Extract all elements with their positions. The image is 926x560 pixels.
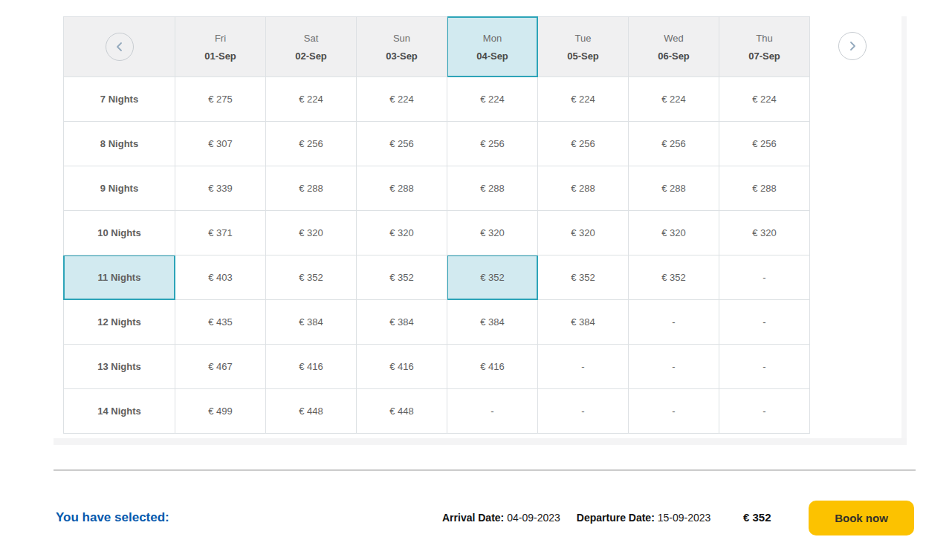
column-header-thu[interactable]: Thu07-Sep bbox=[719, 17, 810, 77]
price-cell[interactable]: € 320 bbox=[266, 211, 357, 255]
price-cell[interactable]: € 288 bbox=[719, 166, 810, 211]
table-corner-cell bbox=[64, 17, 175, 77]
day-name: Thu bbox=[719, 33, 809, 44]
price-cell[interactable]: € 256 bbox=[447, 122, 538, 166]
day-name: Sun bbox=[357, 33, 447, 44]
price-cell[interactable]: € 352 bbox=[266, 255, 357, 300]
total-price: € 352 bbox=[743, 511, 771, 524]
price-cell[interactable]: € 288 bbox=[266, 166, 357, 211]
price-cell[interactable]: € 256 bbox=[719, 122, 810, 166]
day-name: Wed bbox=[629, 33, 719, 44]
price-cell[interactable]: € 320 bbox=[629, 211, 719, 255]
price-cell[interactable]: € 224 bbox=[719, 77, 810, 122]
price-cell-empty: - bbox=[538, 345, 629, 389]
price-cell[interactable]: € 224 bbox=[447, 77, 538, 122]
price-cell[interactable]: € 499 bbox=[175, 389, 266, 434]
price-cell-empty: - bbox=[447, 389, 538, 434]
price-cell[interactable]: € 320 bbox=[447, 211, 538, 255]
price-cell[interactable]: € 256 bbox=[538, 122, 629, 166]
price-cell[interactable]: € 448 bbox=[266, 389, 357, 434]
row-header-14-nights[interactable]: 14 Nights bbox=[64, 389, 175, 434]
table-row: 14 Nights€ 499€ 448€ 448---- bbox=[64, 389, 810, 434]
row-header-7-nights[interactable]: 7 Nights bbox=[64, 77, 175, 122]
arrival-date-label: Arrival Date: bbox=[442, 512, 504, 524]
price-cell[interactable]: € 288 bbox=[357, 166, 447, 211]
row-header-12-nights[interactable]: 12 Nights bbox=[64, 300, 175, 345]
price-cell[interactable]: € 256 bbox=[266, 122, 357, 166]
chevron-left-icon bbox=[114, 42, 125, 52]
price-cell[interactable]: € 448 bbox=[357, 389, 447, 434]
row-header-11-nights[interactable]: 11 Nights bbox=[64, 255, 175, 300]
column-header-tue[interactable]: Tue05-Sep bbox=[538, 17, 629, 77]
price-cell-empty: - bbox=[719, 389, 810, 434]
price-cell[interactable]: € 224 bbox=[538, 77, 629, 122]
price-cell-empty: - bbox=[629, 389, 719, 434]
you-have-selected-label: You have selected: bbox=[56, 510, 169, 525]
departure-date-label: Departure Date: bbox=[577, 512, 655, 524]
price-cell[interactable]: € 384 bbox=[266, 300, 357, 345]
price-cell[interactable]: € 371 bbox=[175, 211, 266, 255]
price-cell[interactable]: € 416 bbox=[266, 345, 357, 389]
next-week-button[interactable] bbox=[838, 32, 867, 60]
column-header-sat[interactable]: Sat02-Sep bbox=[266, 17, 357, 77]
price-cell[interactable]: € 224 bbox=[266, 77, 357, 122]
day-date: 03-Sep bbox=[357, 51, 447, 62]
column-header-wed[interactable]: Wed06-Sep bbox=[629, 17, 719, 77]
day-date: 05-Sep bbox=[538, 51, 628, 62]
price-cell[interactable]: € 224 bbox=[629, 77, 719, 122]
vertical-scrollbar-track[interactable] bbox=[901, 16, 907, 445]
price-cell[interactable]: € 352 bbox=[629, 255, 719, 300]
header-row: Fri01-SepSat02-SepSun03-SepMon04-SepTue0… bbox=[64, 17, 810, 77]
row-header-13-nights[interactable]: 13 Nights bbox=[64, 345, 175, 389]
price-cell[interactable]: € 467 bbox=[175, 345, 266, 389]
table-row: 7 Nights€ 275€ 224€ 224€ 224€ 224€ 224€ … bbox=[64, 77, 810, 122]
price-cell[interactable]: € 288 bbox=[447, 166, 538, 211]
price-cell[interactable]: € 416 bbox=[447, 345, 538, 389]
price-cell[interactable]: € 256 bbox=[357, 122, 447, 166]
price-cell[interactable]: € 352 bbox=[538, 255, 629, 300]
price-cell[interactable]: € 224 bbox=[357, 77, 447, 122]
row-header-10-nights[interactable]: 10 Nights bbox=[64, 211, 175, 255]
price-cell[interactable]: € 339 bbox=[175, 166, 266, 211]
price-cell[interactable]: € 352 bbox=[447, 255, 538, 300]
price-cell[interactable]: € 384 bbox=[447, 300, 538, 345]
column-header-sun[interactable]: Sun03-Sep bbox=[357, 17, 447, 77]
price-cell-empty: - bbox=[629, 300, 719, 345]
price-cell[interactable]: € 288 bbox=[629, 166, 719, 211]
day-name: Sat bbox=[266, 33, 356, 44]
price-cell[interactable]: € 352 bbox=[357, 255, 447, 300]
price-cell[interactable]: € 320 bbox=[719, 211, 810, 255]
day-date: 02-Sep bbox=[266, 51, 356, 62]
column-header-fri[interactable]: Fri01-Sep bbox=[175, 17, 266, 77]
prev-week-button[interactable] bbox=[106, 33, 134, 61]
row-header-8-nights[interactable]: 8 Nights bbox=[64, 122, 175, 166]
price-cell[interactable]: € 416 bbox=[357, 345, 447, 389]
horizontal-scrollbar-track[interactable] bbox=[54, 438, 907, 445]
price-table: Fri01-SepSat02-SepSun03-SepMon04-SepTue0… bbox=[63, 16, 810, 434]
price-calendar: Fri01-SepSat02-SepSun03-SepMon04-SepTue0… bbox=[63, 16, 810, 434]
price-cell-empty: - bbox=[719, 255, 810, 300]
price-cell[interactable]: € 320 bbox=[538, 211, 629, 255]
price-cell[interactable]: € 307 bbox=[175, 122, 266, 166]
day-date: 07-Sep bbox=[719, 51, 809, 62]
table-row: 13 Nights€ 467€ 416€ 416€ 416--- bbox=[64, 345, 810, 389]
day-date: 01-Sep bbox=[175, 51, 265, 62]
column-header-mon[interactable]: Mon04-Sep bbox=[447, 17, 538, 77]
price-cell-empty: - bbox=[538, 389, 629, 434]
price-cell[interactable]: € 275 bbox=[175, 77, 266, 122]
day-name: Mon bbox=[447, 33, 537, 44]
price-cell-empty: - bbox=[629, 345, 719, 389]
price-cell[interactable]: € 320 bbox=[357, 211, 447, 255]
price-cell[interactable]: € 384 bbox=[538, 300, 629, 345]
price-cell[interactable]: € 256 bbox=[629, 122, 719, 166]
price-cell[interactable]: € 288 bbox=[538, 166, 629, 211]
price-cell[interactable]: € 435 bbox=[175, 300, 266, 345]
chevron-right-icon bbox=[847, 41, 858, 51]
table-row: 12 Nights€ 435€ 384€ 384€ 384€ 384-- bbox=[64, 300, 810, 345]
row-header-9-nights[interactable]: 9 Nights bbox=[64, 166, 175, 211]
book-now-button[interactable]: Book now bbox=[809, 501, 914, 535]
day-date: 06-Sep bbox=[629, 51, 719, 62]
footer-divider bbox=[54, 469, 916, 471]
price-cell[interactable]: € 403 bbox=[175, 255, 266, 300]
price-cell[interactable]: € 384 bbox=[357, 300, 447, 345]
